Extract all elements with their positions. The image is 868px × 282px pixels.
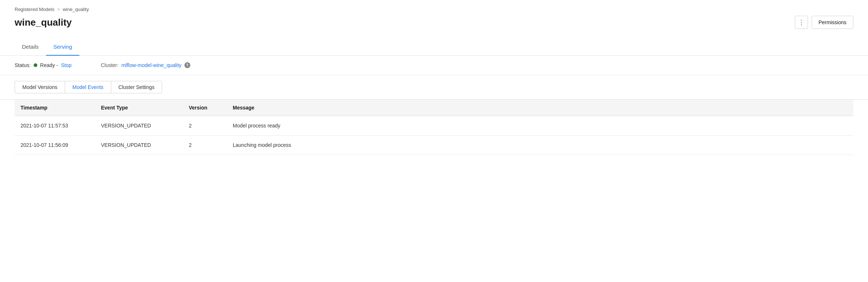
- sub-tab-model-events[interactable]: Model Events: [65, 81, 111, 93]
- cell-message-1: Model process ready: [227, 116, 853, 136]
- col-header-event-type: Event Type: [95, 100, 183, 116]
- cell-version-1: 2: [183, 116, 227, 136]
- header-area: Registered Models > wine_quality wine_qu…: [0, 0, 868, 29]
- table-header-row: Timestamp Event Type Version Message: [15, 100, 853, 116]
- cluster-label: Cluster:: [101, 62, 118, 68]
- table-area: Timestamp Event Type Version Message 202…: [0, 100, 868, 155]
- tabs-area: Details Serving: [0, 33, 868, 56]
- breadcrumb-parent: Registered Models: [15, 7, 54, 12]
- col-header-message: Message: [227, 100, 853, 116]
- page-title: wine_quality: [15, 17, 72, 28]
- table-row: 2021-10-07 11:56:09 VERSION_UPDATED 2 La…: [15, 136, 853, 155]
- breadcrumb-separator: >: [57, 7, 60, 12]
- status-text: Ready -: [40, 62, 58, 68]
- col-header-timestamp: Timestamp: [15, 100, 95, 116]
- sub-tab-cluster-settings[interactable]: Cluster Settings: [111, 81, 162, 93]
- cluster-group: Cluster: mlflow-model-wine_quality ?: [101, 62, 190, 68]
- tab-serving[interactable]: Serving: [46, 40, 79, 56]
- cell-timestamp-1: 2021-10-07 11:57:53: [15, 116, 95, 136]
- status-group: Status: Ready - Stop: [15, 62, 71, 68]
- status-indicator: [34, 63, 37, 67]
- events-table: Timestamp Event Type Version Message 202…: [15, 100, 853, 155]
- permissions-button[interactable]: Permissions: [812, 16, 853, 29]
- col-header-version: Version: [183, 100, 227, 116]
- breadcrumb: Registered Models > wine_quality: [15, 7, 853, 12]
- stop-link[interactable]: Stop: [61, 62, 72, 68]
- status-label: Status:: [15, 62, 31, 68]
- cluster-link[interactable]: mlflow-model-wine_quality: [121, 62, 182, 68]
- page-title-row: wine_quality ⋮ Permissions: [15, 16, 853, 29]
- cell-event-type-1: VERSION_UPDATED: [95, 116, 183, 136]
- sub-tab-model-versions[interactable]: Model Versions: [15, 81, 65, 93]
- help-icon[interactable]: ?: [184, 62, 190, 68]
- header-actions: ⋮ Permissions: [795, 16, 853, 29]
- more-options-icon: ⋮: [798, 18, 805, 26]
- cell-message-2: Launching model process: [227, 136, 853, 155]
- cell-timestamp-2: 2021-10-07 11:56:09: [15, 136, 95, 155]
- cell-version-2: 2: [183, 136, 227, 155]
- sub-tabs-area: Model Versions Model Events Cluster Sett…: [0, 75, 868, 100]
- cell-event-type-2: VERSION_UPDATED: [95, 136, 183, 155]
- page-container: Registered Models > wine_quality wine_qu…: [0, 0, 868, 282]
- tab-details[interactable]: Details: [15, 40, 46, 56]
- tabs-list: Details Serving: [15, 40, 853, 55]
- more-options-button[interactable]: ⋮: [795, 16, 808, 29]
- status-area: Status: Ready - Stop Cluster: mlflow-mod…: [0, 56, 868, 75]
- table-row: 2021-10-07 11:57:53 VERSION_UPDATED 2 Mo…: [15, 116, 853, 136]
- breadcrumb-current: wine_quality: [63, 7, 89, 12]
